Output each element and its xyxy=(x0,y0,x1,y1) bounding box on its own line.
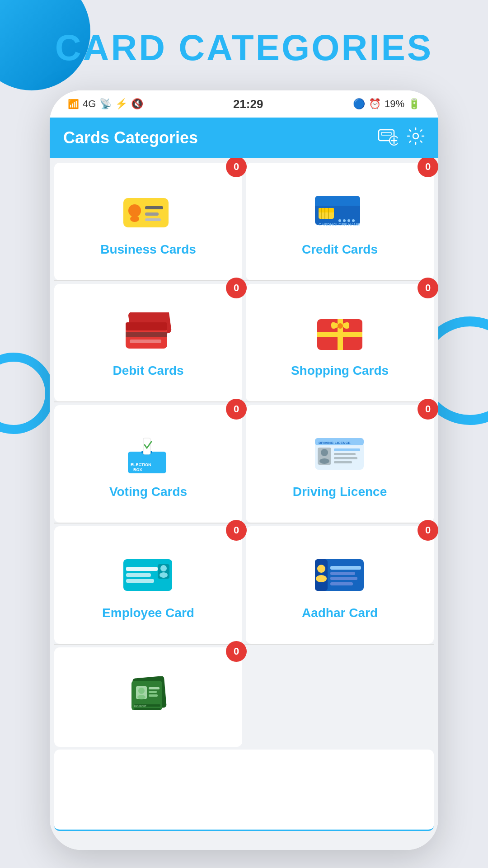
category-credit-cards[interactable]: 0 xyxy=(246,163,434,280)
svg-rect-51 xyxy=(126,573,151,577)
usb-icon: ⚡ xyxy=(115,98,127,110)
category-business-cards[interactable]: 0 Business Cards xyxy=(54,163,242,280)
svg-rect-9 xyxy=(145,206,163,209)
svg-point-54 xyxy=(160,565,167,571)
credit-card-icon: CARDHOLDER NAME xyxy=(313,189,367,234)
aadhar-card-icon xyxy=(313,552,367,598)
driving-licence-icon: DRIVING LICENCE xyxy=(313,431,367,476)
svg-point-21 xyxy=(343,219,346,222)
shopping-card-icon xyxy=(313,310,367,355)
svg-rect-73 xyxy=(134,708,160,710)
status-time: 21:29 xyxy=(233,97,263,111)
svg-rect-47 xyxy=(334,457,357,459)
signal-icon: 📶 xyxy=(68,99,79,109)
category-aadhar-card[interactable]: 0 xyxy=(246,526,434,644)
wifi-icon: 📡 xyxy=(99,98,112,110)
svg-rect-45 xyxy=(334,448,360,451)
svg-rect-36 xyxy=(143,438,150,454)
bottom-empty-area xyxy=(54,750,434,831)
category-passport[interactable]: 0 xyxy=(54,647,242,747)
settings-icon[interactable] xyxy=(407,127,425,149)
shopping-cards-label: Shopping Cards xyxy=(291,363,389,378)
svg-rect-16 xyxy=(319,208,334,212)
svg-text:BOX: BOX xyxy=(133,467,142,472)
svg-point-20 xyxy=(338,219,341,222)
svg-rect-69 xyxy=(149,687,160,689)
svg-rect-60 xyxy=(330,566,361,570)
signal-4g: 4G xyxy=(83,98,96,110)
svg-rect-63 xyxy=(330,582,353,585)
svg-rect-29 xyxy=(130,340,161,343)
app-bar-icons xyxy=(378,126,425,150)
scroll-area: 0 Business Cards 0 xyxy=(50,158,438,850)
employee-card-icon xyxy=(121,552,175,598)
svg-rect-27 xyxy=(126,322,167,330)
svg-point-59 xyxy=(316,575,327,582)
voting-cards-label: Voting Cards xyxy=(109,485,187,499)
svg-text:DRIVING LICENCE: DRIVING LICENCE xyxy=(319,441,351,445)
badge-employee: 0 xyxy=(226,520,247,541)
badge-shopping: 0 xyxy=(418,278,438,298)
debit-cards-label: Debit Cards xyxy=(113,363,183,378)
svg-point-5 xyxy=(413,133,418,139)
badge-credit: 0 xyxy=(418,158,438,177)
phone-frame: 📶 4G 📡 ⚡ 🔇 21:29 🔵 ⏰ 19% 🔋 Cards Categor… xyxy=(50,90,438,850)
svg-point-55 xyxy=(160,572,168,578)
svg-point-68 xyxy=(137,695,145,699)
svg-point-22 xyxy=(347,219,350,222)
voting-card-icon: ELECTION BOX xyxy=(121,431,175,476)
svg-rect-28 xyxy=(126,332,167,337)
svg-point-43 xyxy=(321,449,328,456)
svg-rect-52 xyxy=(126,579,154,583)
svg-point-67 xyxy=(138,688,145,694)
svg-point-33 xyxy=(338,323,343,329)
badge-voting: 0 xyxy=(226,399,247,420)
status-left: 📶 4G 📡 ⚡ 🔇 xyxy=(68,98,143,110)
status-right: 🔵 ⏰ 19% 🔋 xyxy=(353,98,420,110)
employee-card-label: Employee Card xyxy=(102,606,194,620)
svg-rect-10 xyxy=(145,212,159,216)
svg-text:CARDHOLDER NAME: CARDHOLDER NAME xyxy=(319,222,360,227)
svg-rect-71 xyxy=(149,694,158,697)
battery-icon: 🔋 xyxy=(408,98,420,110)
add-card-icon[interactable] xyxy=(378,126,398,150)
svg-rect-14 xyxy=(315,203,360,206)
business-cards-label: Business Cards xyxy=(100,242,196,257)
debit-card-icon xyxy=(121,310,175,355)
category-driving-licence[interactable]: 0 DRIVING LICENCE xyxy=(246,405,434,523)
svg-text:PASSPORT: PASSPORT xyxy=(134,705,146,708)
svg-rect-48 xyxy=(334,461,352,463)
driving-licence-label: Driving Licence xyxy=(293,485,387,499)
category-employee-card[interactable]: 0 Employee Card xyxy=(54,526,242,644)
svg-rect-46 xyxy=(334,453,356,455)
passport-icon: PASSPORT xyxy=(121,672,175,717)
app-bar: Cards Categories xyxy=(50,118,438,158)
svg-rect-70 xyxy=(149,691,157,693)
svg-point-8 xyxy=(130,216,139,222)
svg-point-44 xyxy=(319,458,329,464)
aadhar-card-label: Aadhar Card xyxy=(302,606,378,620)
page-title: CARD CATEGORIES xyxy=(0,27,488,69)
svg-rect-11 xyxy=(145,218,161,221)
alarm-icon: ⏰ xyxy=(369,98,381,110)
svg-point-23 xyxy=(352,219,355,222)
bg-decoration-circle-left xyxy=(0,353,54,434)
category-debit-cards[interactable]: 0 Debit Cards xyxy=(54,284,242,401)
svg-rect-62 xyxy=(330,577,357,580)
business-card-icon xyxy=(121,189,175,234)
badge-driving: 0 xyxy=(418,399,438,420)
badge-aadhar: 0 xyxy=(418,520,438,541)
svg-point-58 xyxy=(317,565,325,573)
svg-rect-50 xyxy=(126,567,158,571)
volume-icon: 🔇 xyxy=(131,98,143,110)
badge-passport: 0 xyxy=(226,641,247,662)
bluetooth-icon: 🔵 xyxy=(353,98,365,110)
status-bar: 📶 4G 📡 ⚡ 🔇 21:29 🔵 ⏰ 19% 🔋 xyxy=(50,90,438,118)
category-voting-cards[interactable]: 0 ELECTION BOX xyxy=(54,405,242,523)
svg-rect-61 xyxy=(330,572,355,575)
category-shopping-cards[interactable]: 0 xyxy=(246,284,434,401)
badge-debit: 0 xyxy=(226,278,247,298)
svg-rect-1 xyxy=(381,132,391,135)
badge-business: 0 xyxy=(226,158,247,177)
app-bar-title: Cards Categories xyxy=(63,128,198,147)
